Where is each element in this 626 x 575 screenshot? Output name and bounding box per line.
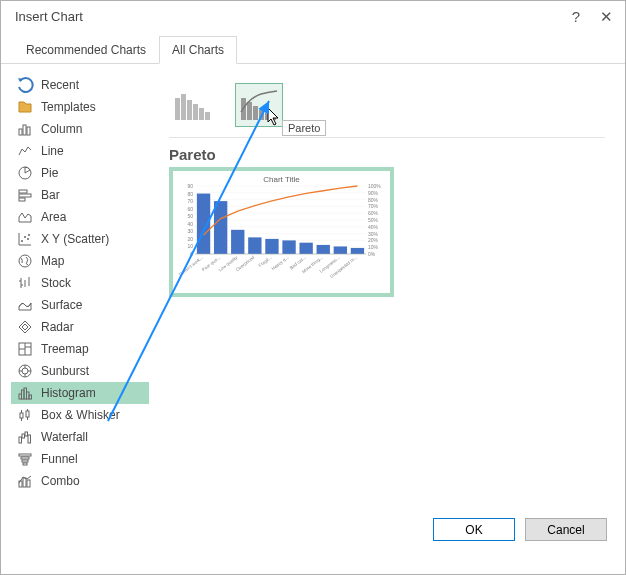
svg-rect-52: [27, 480, 30, 487]
subtype-pareto[interactable]: Pareto: [235, 83, 283, 127]
svg-text:30%: 30%: [368, 231, 379, 237]
ok-button[interactable]: OK: [433, 518, 515, 541]
close-icon[interactable]: ✕: [600, 9, 613, 24]
svg-rect-39: [26, 411, 29, 417]
subtype-name-label: Pareto: [169, 146, 605, 163]
sidebar-item-histogram[interactable]: Histogram: [11, 382, 149, 404]
svg-text:20: 20: [187, 236, 193, 242]
sidebar-item-label: Line: [41, 144, 64, 158]
svg-point-9: [21, 240, 23, 242]
sidebar-item-templates[interactable]: Templates: [11, 96, 149, 118]
sidebar-item-label: Combo: [41, 474, 80, 488]
chart-preview[interactable]: Chart Title 01020304050607080900%10%20%3…: [169, 167, 394, 297]
sidebar-item-recent[interactable]: Recent: [11, 74, 149, 96]
svg-rect-54: [181, 94, 186, 120]
svg-text:Overpriced: Overpriced: [235, 255, 256, 273]
svg-rect-58: [205, 112, 210, 120]
svg-text:0: 0: [190, 251, 193, 257]
svg-rect-48: [22, 460, 28, 462]
sidebar-item-scatter[interactable]: X Y (Scatter): [11, 228, 149, 250]
sidebar-item-pie[interactable]: Pie: [11, 162, 149, 184]
svg-rect-62: [259, 110, 264, 120]
svg-text:Doesn't work...: Doesn't work...: [178, 255, 204, 277]
svg-rect-63: [265, 113, 270, 120]
svg-rect-1: [23, 125, 26, 135]
help-icon[interactable]: ?: [572, 9, 580, 24]
histogram-icon: [17, 385, 33, 401]
subtype-histogram[interactable]: [169, 83, 217, 127]
tab-all-charts[interactable]: All Charts: [159, 36, 237, 64]
svg-rect-46: [19, 454, 31, 456]
sidebar-item-label: Stock: [41, 276, 71, 290]
svg-text:60%: 60%: [368, 210, 379, 216]
svg-text:Heavy q...: Heavy q...: [271, 255, 290, 271]
sidebar-item-label: Surface: [41, 298, 82, 312]
svg-rect-53: [175, 98, 180, 120]
subtype-tooltip: Pareto: [282, 120, 326, 136]
recent-icon: [17, 77, 33, 93]
scatter-icon: [17, 231, 33, 247]
sidebar-item-radar[interactable]: Radar: [11, 316, 149, 338]
combo-icon: [17, 473, 33, 489]
svg-rect-55: [187, 100, 192, 120]
cancel-button[interactable]: Cancel: [525, 518, 607, 541]
svg-text:50%: 50%: [368, 217, 379, 223]
box-whisker-icon: [17, 407, 33, 423]
svg-rect-43: [22, 434, 25, 438]
sidebar-item-area[interactable]: Area: [11, 206, 149, 228]
column-icon: [17, 121, 33, 137]
svg-rect-45: [28, 435, 31, 443]
sidebar-item-label: Column: [41, 122, 82, 136]
sidebar-item-sunburst[interactable]: Sunburst: [11, 360, 149, 382]
bar-icon: [17, 187, 33, 203]
svg-text:80%: 80%: [368, 197, 379, 203]
sidebar-item-label: Box & Whisker: [41, 408, 120, 422]
sidebar-item-treemap[interactable]: Treemap: [11, 338, 149, 360]
svg-rect-106: [351, 248, 364, 254]
svg-rect-49: [23, 463, 27, 465]
sidebar-item-label: Recent: [41, 78, 79, 92]
svg-rect-5: [19, 194, 31, 197]
sidebar-item-label: X Y (Scatter): [41, 232, 109, 246]
svg-text:30: 30: [187, 228, 193, 234]
sidebar-item-label: Radar: [41, 320, 74, 334]
sidebar-item-waterfall[interactable]: Waterfall: [11, 426, 149, 448]
svg-text:10: 10: [187, 243, 193, 249]
svg-text:10%: 10%: [368, 244, 379, 250]
sidebar-item-label: Sunburst: [41, 364, 89, 378]
area-icon: [17, 209, 33, 225]
sidebar-item-column[interactable]: Column: [11, 118, 149, 140]
svg-rect-47: [21, 457, 29, 459]
svg-point-13: [19, 255, 31, 267]
sidebar-item-label: Histogram: [41, 386, 96, 400]
svg-marker-20: [22, 324, 28, 330]
svg-rect-104: [317, 245, 330, 254]
svg-rect-0: [19, 129, 22, 135]
sidebar-item-stock[interactable]: Stock: [11, 272, 149, 294]
sidebar-item-box-whisker[interactable]: Box & Whisker: [11, 404, 149, 426]
svg-rect-98: [214, 201, 227, 254]
sidebar-item-surface[interactable]: Surface: [11, 294, 149, 316]
svg-rect-36: [20, 413, 23, 418]
radar-icon: [17, 319, 33, 335]
sidebar-item-label: Waterfall: [41, 430, 88, 444]
svg-rect-57: [199, 108, 204, 120]
histogram-thumb-icon: [173, 88, 213, 122]
svg-text:0%: 0%: [368, 251, 376, 257]
svg-text:60: 60: [187, 206, 193, 212]
svg-text:50: 50: [187, 213, 193, 219]
svg-text:40: 40: [187, 221, 193, 227]
tab-recommended-charts[interactable]: Recommended Charts: [13, 36, 159, 63]
stock-icon: [17, 275, 33, 291]
sidebar-item-combo[interactable]: Combo: [11, 470, 149, 492]
svg-text:70: 70: [187, 198, 193, 204]
sidebar-item-line[interactable]: Line: [11, 140, 149, 162]
svg-rect-100: [248, 237, 261, 254]
svg-rect-103: [299, 243, 312, 254]
sidebar-item-bar[interactable]: Bar: [11, 184, 149, 206]
sidebar-item-label: Area: [41, 210, 66, 224]
funnel-icon: [17, 451, 33, 467]
svg-text:20%: 20%: [368, 237, 379, 243]
sidebar-item-map[interactable]: Map: [11, 250, 149, 272]
sidebar-item-funnel[interactable]: Funnel: [11, 448, 149, 470]
